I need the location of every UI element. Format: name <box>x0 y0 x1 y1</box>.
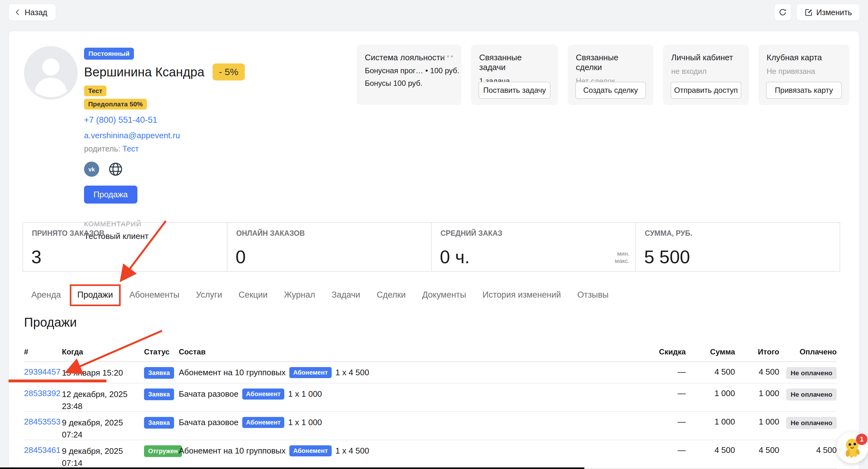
stat-max-label: макс. <box>615 257 629 265</box>
order-id-link[interactable]: 28453553 <box>24 417 61 426</box>
order-id-link[interactable]: 29394457 <box>24 367 61 376</box>
order-total: 4 500 <box>735 445 779 455</box>
club-title: Клубная карта <box>767 53 841 63</box>
back-button[interactable]: Назад <box>8 4 56 21</box>
email-link[interactable]: a.vershinina@appevent.ru <box>84 131 349 140</box>
item-type-badge: Абонемент <box>242 389 284 400</box>
item-name: Бачата разовое <box>179 417 239 427</box>
parent-link[interactable]: Тест <box>123 144 139 153</box>
cabinet-title: Личный кабинет <box>671 53 741 63</box>
header-sum: Сумма <box>686 347 735 356</box>
order-date: 9 декабря, 2025 <box>62 445 144 457</box>
person-icon <box>24 46 78 100</box>
stat-label: ОНЛАЙН ЗАКАЗОВ <box>236 229 305 238</box>
tab-uslugi[interactable]: Услуги <box>196 290 222 300</box>
edit-button[interactable]: Изменить <box>796 4 860 21</box>
header-composition: Состав <box>179 347 629 356</box>
sales-table: # Когда Статус Состав Скидка Сумма Итого… <box>24 347 837 469</box>
item-name: Абонемент на 10 групповых <box>179 446 285 456</box>
edit-label: Изменить <box>816 8 852 17</box>
order-total: 1 000 <box>735 389 779 398</box>
link-card-button[interactable]: Привязать карту <box>766 82 842 99</box>
sale-button[interactable]: Продажа <box>84 186 137 204</box>
order-when: 12 декабря, 2025 23:48 <box>62 389 144 412</box>
item-qty: 1 x 1 000 <box>288 389 322 399</box>
item-type-badge: Абонемент <box>289 367 331 378</box>
order-composition: Абонемент на 10 групповых Абонемент 1 x … <box>179 445 629 457</box>
club-subtitle: Не привязана <box>767 67 841 76</box>
header-status: Статус <box>144 347 179 356</box>
chat-widget-button[interactable]: 1 <box>836 432 868 463</box>
send-access-button[interactable]: Отправить доступ <box>671 82 741 99</box>
client-profile-screen: Назад Изменить <box>0 0 868 469</box>
stat-label: ПРИНЯТО ЗАКАЗОВ <box>32 229 104 238</box>
tab-sekcii[interactable]: Секции <box>239 290 268 300</box>
tag-test: Тест <box>84 86 106 96</box>
header-when: Когда <box>62 347 144 356</box>
item-name: Бачата разовое <box>179 389 239 399</box>
tab-sdelki[interactable]: Сделки <box>376 290 406 300</box>
paid-status-badge: Не оплачено <box>786 367 837 379</box>
order-date: 9 декабря, 2025 <box>62 417 144 429</box>
tab-label: Продажи <box>78 290 113 300</box>
table-row: 28538392 12 декабря, 2025 23:48 Заявка Б… <box>24 383 837 412</box>
order-when: 15 января 15:20 <box>62 367 144 379</box>
order-discount: — <box>629 389 686 398</box>
create-deal-button[interactable]: Создать сделку <box>575 82 646 99</box>
header-id: # <box>24 347 62 356</box>
create-task-button[interactable]: Поставить задачу <box>478 82 551 99</box>
stat-value: 3 <box>31 246 41 267</box>
stat-sum: СУММА, РУБ. 5 500 <box>635 223 840 271</box>
vk-icon[interactable]: vk <box>84 162 99 177</box>
sales-section-title: Продажи <box>24 315 77 330</box>
item-name: Абонемент на 10 групповых <box>179 368 285 377</box>
phone-link[interactable]: +7 (800) 551-40-51 <box>84 115 349 125</box>
tab-zadachi[interactable]: Задачи <box>332 290 361 300</box>
tag-prepayment: Предоплата 50% <box>84 99 147 109</box>
item-type-badge: Абонемент <box>289 445 331 457</box>
dots-menu-icon[interactable]: ••• <box>443 52 455 61</box>
tab-istoriya-izmeneniy[interactable]: История изменений <box>483 290 561 300</box>
stat-label: СРЕДНИЙ ЗАКАЗ <box>441 229 502 238</box>
parent-row: родитель: Тест <box>84 144 349 154</box>
stat-label: СУММА, РУБ. <box>645 229 692 238</box>
order-sum: 4 500 <box>686 445 735 455</box>
order-id-link[interactable]: 28538392 <box>24 389 61 398</box>
tabs-bar: Аренда Продажи Абонементы Услуги Секции … <box>31 286 609 304</box>
tab-abonementy[interactable]: Абонементы <box>129 290 180 300</box>
stat-value: 0 <box>236 246 246 267</box>
stat-value: 5 500 <box>644 246 690 267</box>
bottom-edge-bar <box>0 467 584 469</box>
tab-dokumenty[interactable]: Документы <box>422 290 466 300</box>
discount-badge: - 5% <box>213 63 245 80</box>
tasks-card: Связанные задачи 1 задача Поставить зада… <box>471 44 558 105</box>
tab-prodazhi[interactable]: Продажи <box>78 290 113 300</box>
refresh-button[interactable] <box>774 4 791 21</box>
customer-name: Вершинина Ксандра <box>84 65 205 79</box>
order-time: 23:48 <box>62 401 144 412</box>
website-globe-icon[interactable] <box>108 162 123 177</box>
tab-otzyvy[interactable]: Отзывы <box>578 290 609 300</box>
edit-pencil-icon <box>804 8 813 17</box>
club-card: Клубная карта Не привязана Привязать кар… <box>758 44 849 105</box>
order-id-link[interactable]: 28453461 <box>24 445 61 455</box>
table-row: 28453553 9 декабря, 2025 07:24 Заявка Ба… <box>24 412 837 440</box>
back-label: Назад <box>25 8 48 17</box>
loyalty-line1: Бонусная прог… • 100 руб. <box>365 66 453 75</box>
parent-label: родитель: <box>84 144 120 153</box>
loyalty-card: Система лояльности ••• Бонусная прог… • … <box>356 44 462 105</box>
status-badge: Заявка <box>144 367 174 379</box>
stat-online-orders: ОНЛАЙН ЗАКАЗОВ 0 <box>227 223 431 271</box>
table-row: 28453461 9 декабря, 2025 07:14 Отгружен … <box>24 440 837 469</box>
paid-status-badge: Не оплачено <box>786 389 837 401</box>
order-discount: — <box>629 445 686 455</box>
topbar: Назад Изменить <box>0 0 868 31</box>
order-composition: Бачата разовое Абонемент 1 x 1 000 <box>179 417 629 428</box>
order-total: 1 000 <box>735 417 779 427</box>
table-header-row: # Когда Статус Состав Скидка Сумма Итого… <box>24 347 837 362</box>
refresh-icon <box>778 8 787 17</box>
tab-zhurnal[interactable]: Журнал <box>284 290 315 300</box>
tab-arenda[interactable]: Аренда <box>31 290 61 300</box>
tasks-title: Связанные задачи <box>479 53 550 72</box>
status-badge: Отгружен <box>144 445 182 457</box>
